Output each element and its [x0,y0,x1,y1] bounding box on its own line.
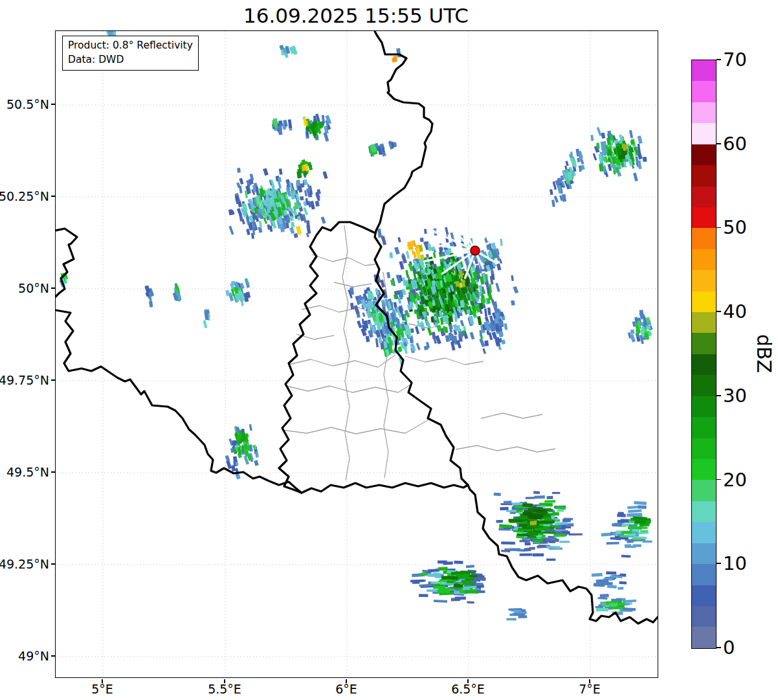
colorbar-tick-mark [717,311,721,312]
radar-echo-cell [420,322,425,329]
radar-echo-cell [463,582,476,585]
radar-echo-cell [427,589,438,592]
radar-echo-cell [436,324,442,332]
radar-echo-cluster [228,159,328,239]
radar-echo-cell [487,308,491,315]
radar-echo-cell [627,506,638,509]
colorbar-tick-label: 10 [723,552,747,574]
colorbar-segment [692,522,716,543]
radar-echo-cell [279,168,283,175]
colorbar-segment [692,102,716,123]
radar-echo-cell [375,338,379,347]
radar-echo-cell [638,160,641,169]
radar-echo-cell [534,495,545,499]
radar-echo-cell [433,252,436,258]
radar-echo-cell [598,597,608,600]
radar-echo-cell [630,330,635,334]
radar-echo-cell [320,216,326,223]
colorbar-tick-mark [717,59,721,60]
radar-echo-cluster [203,309,210,328]
colorbar-segment [692,354,716,375]
radar-echo-cell [288,119,293,128]
y-tick-mark [51,379,55,380]
radar-echo-cluster [494,491,583,561]
radar-echo-cell [590,135,594,141]
x-tick-label: 5°E [91,682,113,696]
radar-echo-cell [149,301,153,308]
y-tick-mark [51,563,55,564]
radar-echo-cell [406,251,409,258]
x-tick-mark [589,679,590,683]
radar-echo-cell [410,343,416,352]
radar-echo-cell [601,533,612,537]
radar-echo-cell [507,618,517,620]
radar-echo-cell [638,532,649,534]
radar-echo-cell [252,444,257,450]
radar-echo-cell [562,194,566,202]
radar-echo-cell [547,496,553,499]
radar-echo-cell [421,269,425,273]
region-border [456,446,555,452]
region-border [405,356,483,365]
radar-map-canvas [56,31,658,677]
colorbar-segment [692,375,716,396]
x-tick-label: 6.5°E [451,682,485,696]
radar-echo-cell [296,180,300,186]
country-border [302,483,468,493]
radar-echo-cell [443,561,453,565]
colorbar-segment [692,606,716,627]
radar-echo-cluster [590,127,647,181]
radar-echo-cell [362,312,365,317]
radar-echo-cluster [368,141,397,157]
radar-echo-cell [552,512,559,515]
radar-echo-cell [525,542,531,545]
radar-echo-cell [278,177,282,182]
radar-echo-cell [463,326,466,331]
radar-echo-cell [565,161,568,166]
colorbar-tick-label: 70 [723,49,747,71]
region-border [481,413,542,418]
radar-echo-cell [630,140,635,144]
radar-echo-cell [537,512,548,515]
radar-echo-cell [557,510,564,512]
radar-echo-cell [386,272,390,278]
radar-echo-cell [377,229,382,238]
x-tick-mark [102,679,102,683]
colorbar-segment [692,417,716,438]
radar-echo-cell [611,607,623,609]
x-tick-label: 6°E [335,682,357,696]
radar-echo-cell [259,221,262,228]
radar-echo-cluster [507,608,528,620]
colorbar-segment [692,60,716,81]
radar-echo-cluster [272,118,293,135]
colorbar-tick-mark [717,227,721,229]
radar-echo-cell [633,544,641,547]
x-tick-label: 5.5°E [208,682,241,696]
radar-echo-cell [225,455,230,462]
radar-echo-cell [639,523,650,526]
region-border [342,225,350,480]
radar-echoes [60,31,653,620]
x-tick-mark [346,679,346,683]
colorbar-tick-label: 0 [723,637,735,659]
radar-echo-cell [546,546,561,550]
radar-echo-cell [397,237,401,242]
radar-echo-cell [460,320,465,326]
region-border [312,254,375,265]
y-tick-label: 50.5°N [6,97,49,111]
radar-echo-cell [470,332,475,340]
radar-echo-cell [396,290,400,295]
radar-echo-cell [516,517,528,519]
colorbar-tick-label: 60 [723,133,747,155]
colorbar-unit-label: dBZ [753,334,775,373]
radar-echo-cell [522,503,533,507]
colorbar-segment [692,312,716,333]
radar-echo-cell [254,460,259,466]
radar-figure: 16.09.2025 15:55 UTC Product: 0.8° Refle… [0,0,778,700]
radar-echo-cell [496,264,502,271]
radar-echo-cluster [303,113,331,141]
radar-echo-cell [569,534,583,536]
radar-echo-cell [555,522,568,525]
radar-echo-cell [303,117,306,126]
radar-echo-cell [353,305,360,314]
